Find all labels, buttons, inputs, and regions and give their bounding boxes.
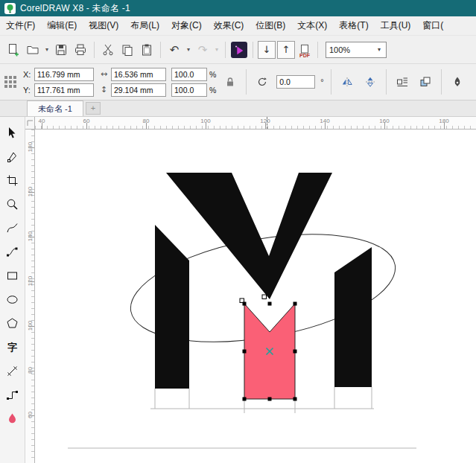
paste-icon <box>140 43 153 57</box>
import-button[interactable]: ↓ <box>258 41 276 59</box>
rotation-angle-input[interactable]: 0.0 <box>276 75 315 89</box>
connector-tool[interactable] <box>4 388 22 401</box>
save-button[interactable] <box>52 40 70 60</box>
hruler-major-tick <box>325 123 326 129</box>
selection-handle[interactable] <box>293 350 297 354</box>
ruler-origin-box[interactable] <box>25 117 35 130</box>
freehand-tool-icon <box>6 222 19 234</box>
drawing-canvas[interactable] <box>35 130 476 463</box>
copy-icon <box>121 43 134 57</box>
object-position-grid-icon[interactable] <box>4 76 16 88</box>
text-tool[interactable]: 字 <box>4 340 22 354</box>
dimension-tool[interactable] <box>4 364 22 377</box>
y-position-input[interactable]: 117.761 mm <box>34 83 94 97</box>
hruler-major-tick <box>206 123 206 129</box>
scale-vertical-input[interactable]: 100.0 <box>171 83 207 97</box>
shape-tool[interactable] <box>4 150 22 163</box>
hruler-major-tick <box>444 123 445 129</box>
crop-tool-icon <box>6 174 19 187</box>
cut-button[interactable] <box>99 40 117 60</box>
ellipse-tool[interactable] <box>4 293 22 306</box>
selection-handle[interactable] <box>243 350 247 354</box>
menu-text[interactable]: 文本(X) <box>291 16 333 35</box>
publish-pdf-button[interactable]: PDF <box>296 41 313 59</box>
fill-tool-icon <box>6 412 19 425</box>
object-width-icon: ↔ <box>99 69 109 79</box>
text-wrap-button[interactable] <box>393 73 411 91</box>
new-document-button[interactable] <box>4 40 22 60</box>
menu-table[interactable]: 表格(T) <box>333 16 374 35</box>
vertical-ruler[interactable]: 180 160 140 120 100 80 60 <box>25 130 35 463</box>
lock-ratio-button[interactable] <box>221 73 239 91</box>
selection-handle[interactable] <box>268 302 272 306</box>
pen-nib-icon <box>451 76 463 88</box>
logo-left-bar[interactable] <box>155 225 189 389</box>
dimension-tool-icon <box>6 365 19 377</box>
pick-tool-icon <box>6 127 19 139</box>
selection-handle[interactable] <box>268 397 272 401</box>
pick-tool[interactable] <box>4 126 22 139</box>
propbar-separator <box>441 69 442 95</box>
toolbar-separator <box>253 42 253 58</box>
drawing-surface[interactable] <box>35 130 476 463</box>
new-tab-button[interactable]: + <box>86 102 101 115</box>
mirror-vertical-button[interactable] <box>361 73 379 91</box>
paste-button[interactable] <box>138 40 156 60</box>
curve-node[interactable] <box>262 295 267 299</box>
launcher-button[interactable] <box>230 40 248 60</box>
menu-file[interactable]: 文件(F) <box>0 16 41 35</box>
open-dropdown-arrow[interactable]: ▾ <box>43 46 51 53</box>
mirror-vertical-icon <box>364 76 376 88</box>
print-icon <box>74 43 87 57</box>
bspline-tool[interactable] <box>4 245 22 258</box>
menu-object[interactable]: 对象(C) <box>165 16 208 35</box>
menu-view[interactable]: 视图(V) <box>83 16 124 35</box>
open-button[interactable] <box>24 40 42 60</box>
balloon-icon <box>5 4 15 13</box>
freehand-tool[interactable] <box>4 221 22 234</box>
logo-chevron[interactable] <box>166 173 332 299</box>
zoom-level-value: 100% <box>329 45 350 54</box>
selection-handle[interactable] <box>243 302 247 306</box>
tab-untitled-1[interactable]: 未命名 -1 <box>27 100 83 116</box>
x-position-input[interactable]: 116.799 mm <box>34 68 94 81</box>
redo-button[interactable]: ↷ <box>194 40 212 60</box>
menu-window[interactable]: 窗口( <box>416 16 449 35</box>
export-arrow-icon: ↑ <box>282 44 291 55</box>
outline-pen-button[interactable] <box>448 73 466 91</box>
mirror-horizontal-button[interactable] <box>338 73 356 91</box>
scale-vertical-percent: % <box>209 86 216 95</box>
selection-handle[interactable] <box>293 302 297 306</box>
logo-right-bar[interactable] <box>334 247 372 387</box>
copy-button[interactable] <box>118 40 136 60</box>
menu-tools[interactable]: 工具(U) <box>375 16 417 35</box>
object-order-button[interactable] <box>416 73 434 91</box>
zoom-tool[interactable] <box>4 197 22 211</box>
object-width-input[interactable]: 16.536 mm <box>111 68 166 81</box>
pdf-label: PDF <box>296 53 313 58</box>
text-tool-glyph: 字 <box>7 342 17 352</box>
rectangle-tool[interactable] <box>4 269 22 282</box>
undo-dropdown-arrow[interactable]: ▾ <box>185 46 192 53</box>
undo-button[interactable]: ↶ <box>165 40 183 60</box>
mirror-horizontal-icon <box>341 76 353 88</box>
menu-bar: 文件(F) 编辑(E) 视图(V) 布局(L) 对象(C) 效果(C) 位图(B… <box>0 16 476 36</box>
polygon-tool[interactable] <box>4 316 22 330</box>
scale-horizontal-input[interactable]: 100.0 <box>171 68 207 81</box>
document-tab-bar: 未命名 -1 + <box>0 100 476 117</box>
selection-handle[interactable] <box>293 397 297 401</box>
vruler-major-tick <box>28 147 34 148</box>
canvas-column: 40 60 80 100 120 140 160 180 <box>35 117 476 463</box>
menu-effects[interactable]: 效果(C) <box>208 16 250 35</box>
menu-bitmaps[interactable]: 位图(B) <box>250 16 291 35</box>
menu-edit[interactable]: 编辑(E) <box>41 16 83 35</box>
crop-tool[interactable] <box>4 173 22 187</box>
print-button[interactable] <box>72 40 89 60</box>
interactive-fill-tool[interactable] <box>4 412 22 425</box>
selection-handle[interactable] <box>243 397 247 401</box>
zoom-level-combobox[interactable]: 100% ▾ <box>326 42 387 58</box>
menu-layout[interactable]: 布局(L) <box>124 16 165 35</box>
horizontal-ruler[interactable]: 40 60 80 100 120 140 160 180 <box>35 117 476 130</box>
object-height-input[interactable]: 29.104 mm <box>111 83 166 97</box>
export-button[interactable]: ↑ <box>277 41 295 59</box>
